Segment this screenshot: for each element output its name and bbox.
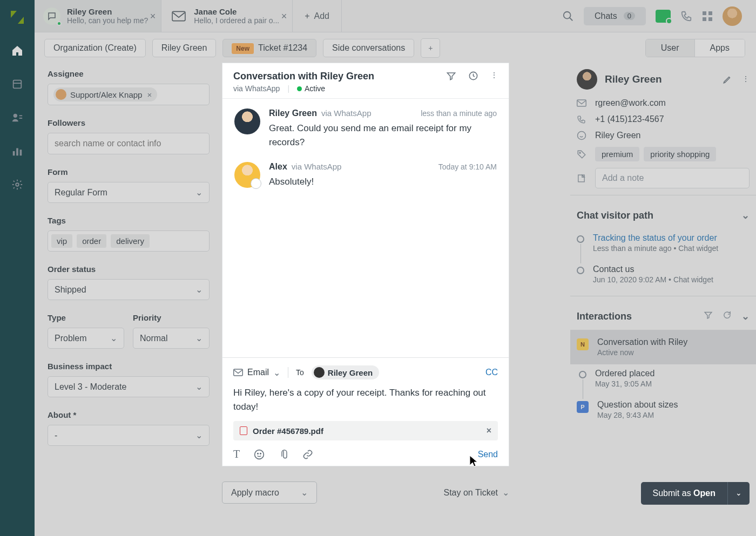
remove-attachment-icon[interactable]: × — [487, 426, 491, 436]
recipient-name: Riley Green — [328, 368, 373, 377]
home-icon[interactable] — [10, 43, 25, 58]
add-tab-label: Add — [314, 11, 329, 21]
form-value: Regular Form — [55, 188, 107, 198]
remove-icon[interactable]: × — [147, 90, 152, 99]
chevron-down-icon: ⌄ — [195, 430, 202, 440]
note-input[interactable]: Add a note — [595, 168, 750, 188]
admin-icon[interactable] — [10, 177, 25, 192]
add-side-button[interactable]: + — [421, 38, 440, 58]
user-tag[interactable]: premium — [595, 147, 639, 161]
order-status-value: Shipped — [55, 285, 86, 295]
message-author: Alex — [269, 162, 287, 172]
attach-icon[interactable] — [279, 449, 288, 460]
assignee-field[interactable]: Support/Alex Knapp× — [48, 84, 210, 105]
user-tag[interactable]: priority shopping — [644, 147, 716, 161]
form-select[interactable]: Regular Form⌄ — [48, 182, 210, 203]
history-icon[interactable] — [468, 71, 478, 81]
tag[interactable]: order — [77, 234, 106, 248]
svg-rect-7 — [20, 150, 22, 155]
visitor-path-item[interactable]: Contact usJun 10, 2020 9:02 AM • Chat wi… — [577, 260, 750, 291]
apps-grid-icon[interactable] — [702, 11, 713, 22]
format-text-icon[interactable]: T — [233, 448, 240, 460]
tags-field[interactable]: vip order delivery — [48, 230, 210, 252]
tab-riley[interactable]: Riley Green Hello, can you help me? × — [35, 0, 161, 32]
ticket-pill[interactable]: NewTicket #1234 — [222, 39, 316, 57]
chevron-down-icon: ⌄ — [273, 368, 280, 378]
user-avatar[interactable] — [723, 6, 742, 26]
type-select[interactable]: Problem⌄ — [48, 328, 124, 349]
more-icon[interactable]: ⋮ — [742, 74, 750, 84]
emoji-icon[interactable] — [254, 449, 265, 460]
chevron-down-icon: ⌄ — [195, 187, 202, 198]
tab-janae[interactable]: Janae Cole Hello, I ordered a pair o... … — [161, 0, 293, 32]
user-email[interactable]: rgreen@work.com — [595, 98, 666, 108]
to-recipient[interactable]: Riley Green — [312, 365, 379, 379]
attachment-name: Order #456789.pdf — [253, 426, 323, 436]
chevron-down-icon[interactable]: ⌄ — [741, 209, 750, 221]
interaction-item[interactable]: P Question about sizesMay 28, 9:43 AM — [577, 396, 750, 427]
send-button[interactable]: Send — [478, 450, 498, 459]
refresh-icon[interactable] — [723, 310, 732, 322]
apply-macro-button[interactable]: Apply macro ⌄ — [222, 481, 317, 504]
side-conversations-button[interactable]: Side conversations — [323, 39, 414, 57]
composer-body[interactable]: Hi Riley, here's a copy of your receipt.… — [233, 386, 498, 413]
visitor-path-item[interactable]: Tracking the status of your orderLess th… — [577, 229, 750, 260]
whatsapp-icon — [577, 131, 586, 140]
phone-icon[interactable] — [680, 10, 692, 22]
more-icon[interactable]: ⋮ — [490, 71, 498, 81]
macro-label: Apply macro — [231, 488, 279, 498]
chat-status-icon[interactable] — [656, 10, 671, 23]
brand-icon — [10, 10, 25, 25]
link-icon[interactable] — [302, 449, 313, 460]
about-select[interactable]: -⌄ — [48, 425, 210, 446]
priority-label: Priority — [133, 313, 210, 322]
svg-point-22 — [255, 450, 264, 459]
status-dot-icon — [297, 86, 302, 91]
submit-button[interactable]: Submit as Open — [641, 482, 727, 505]
tag[interactable]: delivery — [111, 234, 150, 248]
filter-icon[interactable] — [704, 310, 713, 322]
views-icon[interactable] — [10, 77, 25, 92]
priority-value: Normal — [140, 334, 168, 343]
customers-icon[interactable] — [10, 110, 25, 125]
impact-select[interactable]: Level 3 - Moderate⌄ — [48, 376, 210, 397]
add-tab-button[interactable]: + Add — [293, 0, 342, 32]
chats-pill[interactable]: Chats 0 — [584, 7, 646, 25]
timeline-dot — [577, 235, 584, 243]
chevron-down-icon[interactable]: ⌄ — [741, 310, 750, 322]
priority-select[interactable]: Normal⌄ — [133, 328, 210, 349]
edit-icon[interactable] — [723, 74, 732, 84]
close-icon[interactable]: × — [281, 10, 287, 22]
user-panel: Riley Green ⋮ rgreen@work.com +1 (415)12… — [577, 69, 750, 427]
chevron-down-icon: ⌄ — [195, 333, 202, 343]
submit-dropdown-button[interactable]: ⌄ — [727, 482, 750, 505]
order-status-select[interactable]: Shipped⌄ — [48, 279, 210, 300]
attachment[interactable]: Order #456789.pdf × — [233, 421, 498, 440]
seg-apps-button[interactable]: Apps — [695, 39, 745, 57]
cc-button[interactable]: CC — [485, 368, 498, 377]
path-meta: Less than a minute ago • Chat widget — [593, 244, 718, 253]
org-button[interactable]: Organization (Create) — [44, 39, 146, 57]
avatar — [234, 162, 260, 188]
chevron-down-icon: ⌄ — [301, 487, 308, 498]
seg-user-button[interactable]: User — [646, 39, 695, 57]
top-tabs: Riley Green Hello, can you help me? × Ja… — [35, 0, 756, 32]
requester-button[interactable]: Riley Green — [152, 39, 216, 57]
channel-select[interactable]: Email ⌄ — [233, 368, 280, 378]
chevron-down-icon: ⌄ — [110, 333, 117, 343]
followers-input[interactable] — [48, 133, 210, 154]
stay-on-ticket-button[interactable]: Stay on Ticket ⌄ — [444, 487, 510, 498]
interaction-item[interactable]: Ordered placedMay 31, 9:05 AM — [577, 364, 750, 396]
search-icon[interactable] — [562, 10, 574, 22]
filter-icon[interactable] — [446, 71, 456, 81]
user-phone[interactable]: +1 (415)123-4567 — [595, 114, 664, 124]
close-icon[interactable]: × — [150, 10, 156, 22]
svg-rect-15 — [708, 17, 712, 21]
reporting-icon[interactable] — [10, 144, 25, 159]
conversation-via: via WhatsApp — [233, 84, 280, 93]
user-whatsapp[interactable]: Riley Green — [595, 131, 640, 140]
interaction-item[interactable]: N Conversation with RileyActive now — [570, 330, 756, 364]
form-label: Form — [48, 167, 210, 177]
svg-point-23 — [258, 453, 259, 454]
tag[interactable]: vip — [51, 234, 72, 248]
